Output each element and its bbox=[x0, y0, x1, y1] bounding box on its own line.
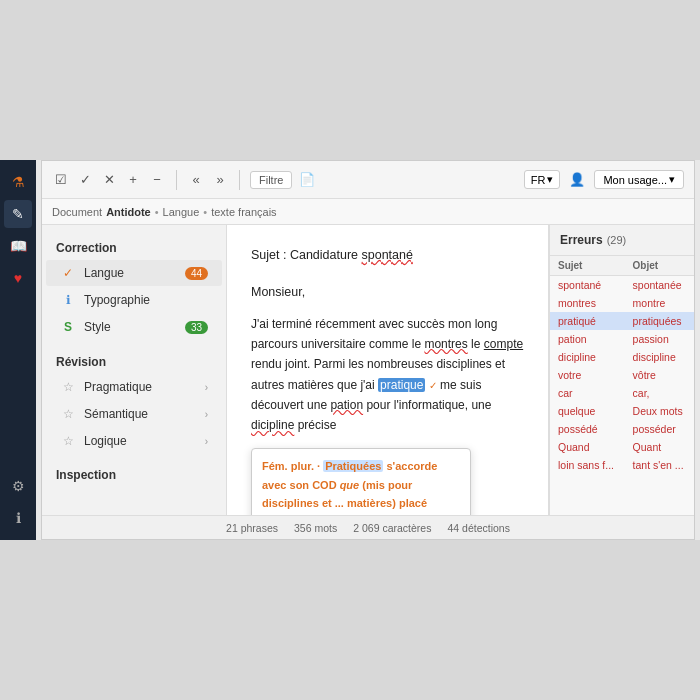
semantique-star-icon: ☆ bbox=[60, 406, 76, 422]
plus-icon[interactable]: + bbox=[124, 171, 142, 189]
doc-icon[interactable]: 📄 bbox=[298, 171, 316, 189]
sidebar-item-langue[interactable]: ✓ Langue 44 bbox=[46, 260, 222, 286]
back-icon[interactable]: « bbox=[187, 171, 205, 189]
pragmatique-label: Pragmatique bbox=[84, 380, 197, 394]
error-objet: car, bbox=[625, 384, 694, 402]
error-objet: vôtre bbox=[625, 366, 694, 384]
error-objet: montre bbox=[625, 294, 694, 312]
toolbar: ☑ ✓ ✕ + − « » Filtre 📄 FR ▾ bbox=[42, 161, 694, 199]
rail-beaker-icon[interactable]: ⚗ bbox=[4, 168, 32, 196]
sep2: • bbox=[203, 206, 207, 218]
tooltip-container: Fém. plur. · Pratiquées s'accorde avec s… bbox=[251, 444, 524, 515]
toolbar-left: ☑ ✓ ✕ + − « » Filtre 📄 bbox=[52, 170, 316, 190]
main-window: ☑ ✓ ✕ + − « » Filtre 📄 FR ▾ bbox=[41, 160, 695, 540]
rail-edit-icon[interactable]: ✎ bbox=[4, 200, 32, 228]
error-objet: posséder bbox=[625, 420, 694, 438]
langue-badge: 44 bbox=[185, 267, 208, 280]
pation-word: pation bbox=[330, 398, 363, 412]
content-area: Correction ✓ Langue 44 ℹ Typographie S S… bbox=[42, 225, 694, 515]
error-sujet: pation bbox=[550, 330, 625, 348]
error-sujet: dicipline bbox=[550, 348, 625, 366]
status-bar: 21 phrases 356 mots 2 069 caractères 44 … bbox=[42, 515, 694, 539]
sidebar-item-logique[interactable]: ☆ Logique › bbox=[46, 428, 222, 454]
col-objet: Objet bbox=[625, 256, 694, 276]
filter-button[interactable]: Filtre bbox=[250, 171, 292, 189]
sidebar-item-pragmatique[interactable]: ☆ Pragmatique › bbox=[46, 374, 222, 400]
minus-icon[interactable]: − bbox=[148, 171, 166, 189]
rail-book-icon[interactable]: 📖 bbox=[4, 232, 32, 260]
error-objet: tant s'en ... bbox=[625, 456, 694, 474]
tooltip-header: Fém. plur. · Pratiquées s'accorde avec s… bbox=[262, 457, 460, 515]
checkbox-icon[interactable]: ☑ bbox=[52, 171, 70, 189]
separator2 bbox=[239, 170, 240, 190]
words-count: 356 mots bbox=[294, 522, 337, 534]
sidebar-item-semantique[interactable]: ☆ Sémantique › bbox=[46, 401, 222, 427]
detections-count: 44 détections bbox=[447, 522, 509, 534]
tooltip-box: Fém. plur. · Pratiquées s'accorde avec s… bbox=[251, 448, 471, 515]
lang-label: FR bbox=[531, 174, 546, 186]
error-sujet: Quand bbox=[550, 438, 625, 456]
table-row[interactable]: Quand Quant bbox=[550, 438, 694, 456]
error-objet: Quant bbox=[625, 438, 694, 456]
rail-info-icon[interactable]: ℹ bbox=[4, 504, 32, 532]
right-panel: Erreurs (29) Sujet Objet spontané sponta bbox=[549, 225, 694, 515]
error-objet: Deux mots bbox=[625, 402, 694, 420]
sidebar-item-typographie[interactable]: ℹ Typographie bbox=[46, 287, 222, 313]
table-row[interactable]: pation passion bbox=[550, 330, 694, 348]
table-row[interactable]: spontané spontanée bbox=[550, 276, 694, 295]
inspection-section-title: Inspection bbox=[42, 462, 226, 486]
usage-button[interactable]: Mon usage... ▾ bbox=[594, 170, 684, 189]
avatar-icon[interactable]: 👤 bbox=[568, 171, 586, 189]
error-sujet: possédé bbox=[550, 420, 625, 438]
langue-check-icon: ✓ bbox=[60, 265, 76, 281]
pragmatique-arrow-icon: › bbox=[205, 382, 208, 393]
semantique-arrow-icon: › bbox=[205, 409, 208, 420]
subject-text: Sujet : Candidature bbox=[251, 248, 362, 262]
table-row[interactable]: votre vôtre bbox=[550, 366, 694, 384]
correction-section-title: Correction bbox=[42, 235, 226, 259]
lang-label: Langue bbox=[163, 206, 200, 218]
table-row[interactable]: dicipline discipline bbox=[550, 348, 694, 366]
language-button[interactable]: FR ▾ bbox=[524, 170, 561, 189]
forward-icon[interactable]: » bbox=[211, 171, 229, 189]
doc-name: Antidote bbox=[106, 206, 151, 218]
main-text-area[interactable]: Sujet : Candidature spontané Monsieur, J… bbox=[227, 225, 549, 515]
error-sujet: montres bbox=[550, 294, 625, 312]
table-row[interactable]: loin sans f... tant s'en ... bbox=[550, 456, 694, 474]
sep1: • bbox=[155, 206, 159, 218]
subtitle-bar: Document Antidote • Langue • texte franç… bbox=[42, 199, 694, 225]
lang-type: texte français bbox=[211, 206, 276, 218]
left-sidebar: Correction ✓ Langue 44 ℹ Typographie S S… bbox=[42, 225, 227, 515]
typographie-icon: ℹ bbox=[60, 292, 76, 308]
logique-label: Logique bbox=[84, 434, 197, 448]
error-sujet: votre bbox=[550, 366, 625, 384]
sidebar-item-style[interactable]: S Style 33 bbox=[46, 314, 222, 340]
check-icon[interactable]: ✓ bbox=[76, 171, 94, 189]
langue-label: Langue bbox=[84, 266, 177, 280]
logique-arrow-icon: › bbox=[205, 436, 208, 447]
table-row[interactable]: pratiqué pratiquées bbox=[550, 312, 694, 330]
table-row[interactable]: possédé posséder bbox=[550, 420, 694, 438]
table-row[interactable]: car car, bbox=[550, 384, 694, 402]
rail-settings-icon[interactable]: ⚙ bbox=[4, 472, 32, 500]
chars-count: 2 069 caractères bbox=[353, 522, 431, 534]
error-objet: pratiquées bbox=[625, 312, 694, 330]
cross-icon[interactable]: ✕ bbox=[100, 171, 118, 189]
logique-star-icon: ☆ bbox=[60, 433, 76, 449]
revision-section-title: Révision bbox=[42, 349, 226, 373]
table-row[interactable]: quelque Deux mots bbox=[550, 402, 694, 420]
error-sujet: pratiqué bbox=[550, 312, 625, 330]
table-row[interactable]: montres montre bbox=[550, 294, 694, 312]
lang-chevron-icon: ▾ bbox=[547, 173, 553, 186]
toolbar-right: FR ▾ 👤 Mon usage... ▾ bbox=[524, 170, 684, 189]
rail-heart-icon[interactable]: ♥ bbox=[4, 264, 32, 292]
style-badge: 33 bbox=[185, 321, 208, 334]
check-mark: ✓ bbox=[429, 380, 437, 391]
montres-word: montres bbox=[424, 337, 467, 351]
error-objet: spontanée bbox=[625, 276, 694, 295]
error-objet: discipline bbox=[625, 348, 694, 366]
semantique-label: Sémantique bbox=[84, 407, 197, 421]
revision-section: Révision ☆ Pragmatique › ☆ Sémantique › bbox=[42, 341, 226, 454]
error-sujet: quelque bbox=[550, 402, 625, 420]
dicipline-word: dicipline bbox=[251, 418, 294, 432]
